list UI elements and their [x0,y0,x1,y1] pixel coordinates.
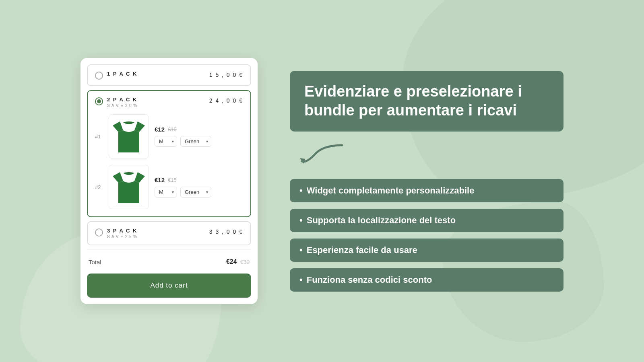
widget-card: 1 P A C K 1 5 , 0 0 € 2 P A C K S A V E … [80,58,258,304]
feature-4-text: Funziona senza codici sconto [307,275,432,285]
pack-3-price: 3 3 , 0 0 € [209,228,243,235]
item-1-price-original: €15 [168,126,177,132]
item-2-selects: M S L XL ▾ Green Black [155,187,211,197]
arrow-icon [298,141,346,169]
bullet-3: • [299,246,303,255]
bullet-4: • [299,276,303,284]
item-row-1: #1 [95,114,243,158]
item-2-price-current: €12 [155,177,165,183]
pack-option-1-left: 1 P A C K [95,71,137,80]
pack-2-save: S A V E 2 0 % [107,103,137,108]
pack-3-radio [95,228,103,237]
feature-item-3: • Esperienza facile da usare [290,239,564,262]
bullet-2: • [299,216,303,225]
item-1-price: €12 €15 [155,126,211,133]
pack-2-radio [95,97,103,105]
item-1-num: #1 [95,134,103,140]
total-price-current: €24 [226,258,237,265]
feature-item-2: • Supporta la localizzazione del testo [290,209,564,232]
total-label: Total [89,259,101,265]
pack-option-3-left: 3 P A C K S A V E 2 5 % [95,228,137,239]
feature-1-text: Widget completamente personalizzabile [307,185,475,196]
feature-item-1: • Widget completamente personalizzabile [290,179,564,202]
headline-text: Evidenziare e preselezionare i bundle pe… [304,82,549,120]
pack-1-price: 1 5 , 0 0 € [209,72,243,78]
item-2-size-wrapper[interactable]: M S L XL ▾ [155,187,177,197]
pack-option-2-expanded[interactable]: 2 P A C K S A V E 2 0 % 2 4 , 0 0 € #1 [87,90,251,217]
features-list: • Widget completamente personalizzabile … [290,179,564,292]
item-1-size-wrapper[interactable]: M S L XL ▾ [155,136,177,147]
pack-option-3[interactable]: 3 P A C K S A V E 2 5 % 3 3 , 0 0 € [87,221,251,245]
item-2-details: €12 €15 M S L XL ▾ [155,177,211,197]
item-2-image [109,165,149,209]
item-2-num: #2 [95,184,103,190]
pack-2-price: 2 4 , 0 0 € [209,97,243,104]
pack-2-label: 2 P A C K [107,97,137,103]
total-row: Total €24 €30 [87,254,251,269]
item-2-price: €12 €15 [155,177,211,183]
feature-item-4: • Funziona senza codici sconto [290,268,564,292]
add-to-cart-button[interactable]: Add to cart [87,274,251,298]
pack-2-header: 2 P A C K S A V E 2 0 % 2 4 , 0 0 € [95,97,243,108]
headline-box: Evidenziare e preselezionare i bundle pe… [290,71,564,132]
right-panel: Evidenziare e preselezionare i bundle pe… [290,71,564,292]
total-price: €24 €30 [226,258,250,265]
item-2-color-wrapper[interactable]: Green Black White Blue ▾ [180,187,211,197]
items-container: #1 [95,114,243,209]
item-1-image [109,114,149,158]
item-1-selects: M S L XL ▾ Green Black [155,136,211,147]
pack-3-label: 3 P A C K [107,228,137,234]
total-price-original: €30 [240,259,250,265]
item-1-details: €12 €15 M S L XL ▾ [155,126,211,147]
feature-3-text: Esperienza facile da usare [307,245,417,255]
item-1-price-current: €12 [155,126,165,133]
arrow-container [290,141,564,169]
main-layout: 1 P A C K 1 5 , 0 0 € 2 P A C K S A V E … [0,0,644,362]
svg-marker-0 [300,158,305,164]
total-divider [87,249,251,250]
pack-3-save: S A V E 2 5 % [107,234,137,239]
item-1-size-select[interactable]: M S L XL [155,136,177,147]
pack-1-radio [95,72,103,80]
pack-option-1[interactable]: 1 P A C K 1 5 , 0 0 € [87,64,251,86]
item-2-price-original: €15 [168,177,177,183]
pack-2-header-left: 2 P A C K S A V E 2 0 % [95,97,137,108]
item-2-size-select[interactable]: M S L XL [155,187,177,197]
bullet-1: • [299,186,303,195]
item-row-2: #2 €12 [95,165,243,209]
pack-1-label: 1 P A C K [107,71,137,77]
feature-2-text: Supporta la localizzazione del testo [307,215,456,226]
item-2-color-select[interactable]: Green Black White Blue [180,187,211,197]
item-1-color-wrapper[interactable]: Green Black White Blue ▾ [180,136,211,147]
item-1-color-select[interactable]: Green Black White Blue [180,136,211,147]
